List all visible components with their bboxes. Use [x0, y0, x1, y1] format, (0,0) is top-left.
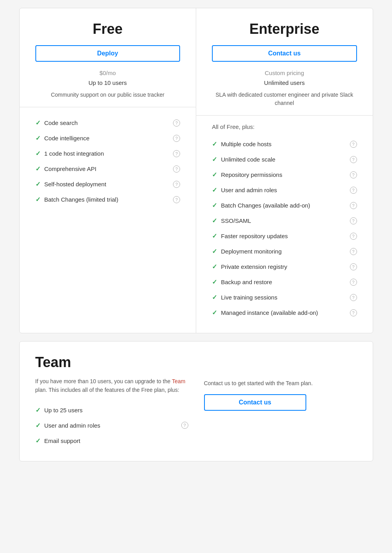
- check-icon: ✓: [35, 422, 40, 429]
- team-description-part2: plan. This includes all of the features …: [35, 387, 179, 393]
- feature-left: ✓ Self-hosted deployment: [35, 180, 107, 188]
- check-icon: ✓: [212, 248, 217, 255]
- check-icon: ✓: [212, 278, 217, 286]
- help-icon[interactable]: ?: [173, 181, 180, 188]
- feature-label: Email support: [44, 437, 81, 444]
- list-item: ✓ Repository permissions ?: [212, 167, 357, 182]
- feature-left: ✓ Batch Changes (limited trial): [35, 196, 118, 203]
- feature-left: ✓ User and admin roles: [35, 422, 101, 429]
- list-item: ✓ Batch Changes (available add-on) ?: [212, 198, 357, 213]
- top-plans-container: Free Deploy $0/mo Up to 10 users Communi…: [19, 8, 373, 333]
- help-icon[interactable]: ?: [173, 150, 180, 157]
- free-plan-divider: [20, 107, 196, 107]
- help-icon[interactable]: ?: [173, 165, 180, 173]
- help-icon[interactable]: ?: [173, 119, 180, 127]
- check-icon: ✓: [35, 406, 40, 414]
- check-icon: ✓: [35, 180, 40, 188]
- feature-label: User and admin roles: [221, 187, 277, 193]
- feature-label: Faster repository updates: [221, 233, 288, 239]
- enterprise-plan: Enterprise Contact us Custom pricing Unl…: [196, 8, 373, 333]
- help-icon[interactable]: ?: [350, 279, 357, 286]
- feature-left: ✓ Deployment monitoring: [212, 248, 282, 255]
- check-icon: ✓: [35, 134, 40, 142]
- feature-label: Private extension registry: [221, 263, 287, 270]
- all-of-free-label: All of Free, plus:: [212, 123, 357, 130]
- feature-left: ✓ Email support: [35, 437, 81, 445]
- help-icon[interactable]: ?: [350, 248, 357, 255]
- help-icon[interactable]: ?: [350, 171, 357, 178]
- enterprise-contact-button[interactable]: Contact us: [212, 45, 357, 62]
- feature-label: SSO/SAML: [221, 217, 251, 224]
- check-icon: ✓: [212, 156, 217, 163]
- feature-left: ✓ Backup and restore: [212, 278, 272, 286]
- feature-left: ✓ Live training sessions: [212, 294, 277, 301]
- list-item: ✓ Self-hosted deployment ?: [35, 176, 180, 192]
- help-icon[interactable]: ?: [173, 135, 180, 142]
- feature-left: ✓ Private extension registry: [212, 263, 287, 270]
- feature-left: ✓ Multiple code hosts: [212, 140, 271, 148]
- free-plan-support: Community support on our public issue tr…: [35, 91, 180, 99]
- check-icon: ✓: [212, 202, 217, 209]
- team-contact-text: Contact us to get started with the Team …: [204, 380, 313, 386]
- help-icon[interactable]: ?: [350, 263, 357, 270]
- feature-left: ✓ 1 code host integration: [35, 150, 104, 157]
- list-item: ✓ Managed instance (available add-on) ?: [212, 305, 357, 320]
- free-plan-title: Free: [35, 21, 180, 37]
- list-item: ✓ Live training sessions ?: [212, 290, 357, 305]
- list-item: ✓ SSO/SAML ?: [212, 213, 357, 228]
- deploy-button[interactable]: Deploy: [35, 45, 180, 62]
- list-item: ✓ Batch Changes (limited trial) ?: [35, 192, 180, 207]
- team-description: If you have more than 10 users, you can …: [35, 377, 188, 395]
- feature-label: 1 code host integration: [44, 150, 104, 157]
- enterprise-plan-title: Enterprise: [212, 21, 357, 37]
- list-item: ✓ 1 code host integration ?: [35, 146, 180, 161]
- help-icon[interactable]: ?: [350, 187, 357, 194]
- list-item: ✓ Backup and restore ?: [212, 274, 357, 290]
- check-icon: ✓: [212, 294, 217, 301]
- list-item: ✓ Code intelligence ?: [35, 130, 180, 146]
- feature-left: ✓ Unlimited code scale: [212, 156, 275, 163]
- feature-label: Live training sessions: [221, 294, 277, 301]
- help-icon[interactable]: ?: [173, 196, 180, 203]
- pricing-wrapper: Free Deploy $0/mo Up to 10 users Communi…: [19, 8, 373, 461]
- feature-label: Unlimited code scale: [221, 156, 275, 163]
- enterprise-plan-divider: [196, 115, 373, 116]
- list-item: ✓ User and admin roles ?: [35, 418, 188, 433]
- team-plan-title: Team: [35, 354, 357, 371]
- help-icon[interactable]: ?: [181, 422, 188, 429]
- team-description-highlight: Team: [172, 378, 185, 384]
- help-icon[interactable]: ?: [350, 156, 357, 163]
- feature-left: ✓ SSO/SAML: [212, 217, 251, 224]
- list-item: ✓ Unlimited code scale ?: [212, 152, 357, 167]
- team-layout: If you have more than 10 users, you can …: [35, 377, 357, 448]
- check-icon: ✓: [212, 263, 217, 270]
- help-icon[interactable]: ?: [350, 233, 357, 240]
- feature-left: ✓ Code intelligence: [35, 134, 90, 142]
- feature-label: Managed instance (available add-on): [221, 309, 318, 316]
- check-icon: ✓: [35, 150, 40, 157]
- help-icon[interactable]: ?: [350, 217, 357, 224]
- list-item: ✓ Up to 25 users: [35, 402, 188, 418]
- feature-label: User and admin roles: [44, 422, 101, 429]
- check-icon: ✓: [212, 140, 217, 148]
- enterprise-feature-list: ✓ Multiple code hosts ? ✓ Unlimited code…: [212, 136, 357, 320]
- team-feature-list: ✓ Up to 25 users ✓ User and admin roles …: [35, 402, 188, 448]
- list-item: ✓ Multiple code hosts ?: [212, 136, 357, 152]
- team-left: If you have more than 10 users, you can …: [35, 377, 188, 448]
- check-icon: ✓: [212, 171, 217, 178]
- help-icon[interactable]: ?: [350, 141, 357, 148]
- feature-label: Self-hosted deployment: [44, 181, 107, 187]
- help-icon[interactable]: ?: [350, 294, 357, 301]
- feature-left: ✓ Managed instance (available add-on): [212, 309, 318, 316]
- enterprise-plan-users: Unlimited users: [212, 79, 357, 86]
- feature-label: Batch Changes (available add-on): [221, 202, 310, 209]
- check-icon: ✓: [35, 119, 40, 127]
- help-icon[interactable]: ?: [350, 202, 357, 209]
- help-icon[interactable]: ?: [350, 309, 357, 316]
- feature-label: Code intelligence: [44, 135, 90, 141]
- enterprise-plan-support: SLA with dedicated customer engineer and…: [212, 91, 357, 107]
- list-item: ✓ Comprehensive API ?: [35, 161, 180, 176]
- feature-label: Batch Changes (limited trial): [44, 196, 118, 203]
- team-contact-button[interactable]: Contact us: [204, 394, 306, 411]
- feature-label: Code search: [44, 119, 78, 126]
